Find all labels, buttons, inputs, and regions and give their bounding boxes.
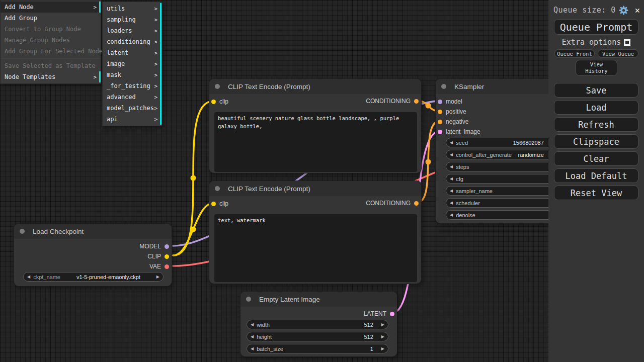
input-slot-latent-image[interactable] [438, 130, 442, 134]
widget-scheduler[interactable]: ◀ scheduler [446, 198, 558, 208]
widget-batch-size[interactable]: ◀ batch_size 1 ▶ [247, 344, 388, 353]
input-slot-label: negative [446, 118, 468, 125]
widget-left-arrow-icon[interactable]: ◀ [450, 189, 453, 193]
input-slot-clip[interactable] [211, 202, 216, 206]
view-queue-button[interactable]: View Queue [598, 49, 638, 58]
collapse-dot-icon[interactable] [441, 84, 446, 89]
input-slot-negative[interactable] [438, 120, 442, 124]
output-slot-latent[interactable] [390, 312, 394, 316]
prompt-textarea[interactable]: text, watermark [214, 214, 417, 282]
refresh-button[interactable]: Refresh [554, 117, 638, 132]
extra-options-checkbox[interactable] [624, 39, 630, 46]
submenu-item-latent[interactable]: latent > [103, 47, 162, 58]
collapse-dot-icon[interactable] [215, 186, 220, 191]
node-load-checkpoint[interactable]: Load Checkpoint MODEL CLIP VAE ◀ ckpt_na… [14, 223, 172, 287]
load-button[interactable]: Load [554, 100, 638, 115]
input-slot-label: clip [219, 200, 228, 207]
queue-front-button[interactable]: Queue Front [554, 49, 595, 58]
node-title-bar[interactable]: Load Checkpoint [14, 224, 172, 239]
menu-item-add-group[interactable]: Add Group [1, 13, 101, 24]
submenu-item-loaders[interactable]: loaders > [103, 25, 162, 36]
collapse-dot-icon[interactable] [246, 297, 251, 302]
widget-denoise[interactable]: ◀ denoise [446, 210, 558, 220]
collapse-dot-icon[interactable] [215, 84, 220, 89]
output-slot-conditioning[interactable] [414, 99, 419, 104]
widget-right-arrow-icon[interactable]: ▶ [381, 334, 384, 339]
widget-control-after-generate[interactable]: ◀ control_after_generate randomize ▶ [446, 150, 558, 159]
menu-item-add-group-for-selected-nodes: Add Group For Selected Nodes [1, 46, 101, 57]
node-title-bar[interactable]: Empty Latent Image [240, 292, 397, 307]
widget-seed[interactable]: ◀ seed 1566802087 ▶ [446, 138, 558, 147]
widget-left-arrow-icon[interactable]: ◀ [251, 334, 254, 339]
submenu-item-image[interactable]: image > [103, 58, 162, 69]
widget-left-arrow-icon[interactable]: ◀ [27, 275, 30, 279]
widget-ckpt-name[interactable]: ◀ ckpt_name v1-5-pruned-emaonly.ckpt ▶ [23, 272, 164, 282]
node-clip-text-encode-1[interactable]: CLIP Text Encode (Prompt) clip CONDITION… [209, 78, 422, 173]
node-title-bar[interactable]: KSampler [436, 79, 560, 94]
node-empty-latent-image[interactable]: Empty Latent Image LATENT ◀ width 512 ▶ … [240, 291, 397, 357]
output-slot-label: MODEL [139, 243, 161, 250]
submenu-arrow-icon: > [154, 50, 157, 56]
close-icon[interactable]: ✕ [635, 6, 640, 15]
input-slot-label: model [446, 98, 462, 105]
widget-right-arrow-icon[interactable]: ▶ [156, 275, 159, 279]
submenu-item-conditioning[interactable]: conditioning > [103, 36, 162, 47]
submenu-arrow-icon: > [93, 4, 97, 11]
output-slot-conditioning[interactable] [414, 201, 419, 206]
node-title: CLIP Text Encode (Prompt) [228, 185, 310, 193]
view-history-button[interactable]: View History [576, 60, 617, 76]
reset-view-button[interactable]: Reset View [554, 186, 638, 200]
node-clip-text-encode-2[interactable]: CLIP Text Encode (Prompt) clip CONDITION… [209, 180, 422, 284]
submenu-item-sampling[interactable]: sampling > [103, 14, 162, 25]
collapse-dot-icon[interactable] [20, 229, 25, 234]
node-title-bar[interactable]: CLIP Text Encode (Prompt) [209, 79, 421, 94]
widget-left-arrow-icon[interactable]: ◀ [450, 140, 453, 145]
save-button[interactable]: Save [554, 83, 638, 98]
clear-button[interactable]: Clear [554, 151, 638, 166]
submenu-arrow-icon: > [154, 94, 157, 101]
submenu-arrow-icon: > [154, 39, 157, 45]
node-title-bar[interactable]: CLIP Text Encode (Prompt) [209, 181, 421, 196]
submenu-item-utils[interactable]: utils > [103, 3, 162, 14]
output-slot-model[interactable] [165, 244, 169, 249]
widget-left-arrow-icon[interactable]: ◀ [450, 201, 453, 205]
widget-height[interactable]: ◀ height 512 ▶ [247, 332, 388, 341]
widget-steps[interactable]: ◀ steps [446, 162, 558, 171]
wire-clip-1 [173, 101, 213, 255]
input-slot-clip[interactable] [211, 100, 216, 104]
queue-prompt-button[interactable]: Queue Prompt [554, 19, 638, 35]
widget-left-arrow-icon[interactable]: ◀ [251, 322, 254, 327]
settings-gear-icon[interactable] [619, 6, 628, 15]
output-slot-clip[interactable] [165, 254, 169, 259]
load-default-button[interactable]: Load Default [554, 168, 638, 183]
submenu-item-advanced[interactable]: advanced > [103, 92, 162, 103]
node-ksampler[interactable]: KSampler model positive negative latent_… [435, 78, 561, 224]
submenu-item-mask[interactable]: mask > [103, 69, 162, 80]
prompt-textarea[interactable]: beautiful scenery nature glass bottle la… [214, 112, 417, 172]
menu-item-convert-to-group-node: Convert to Group Node [1, 24, 101, 35]
output-slot-vae[interactable] [165, 264, 169, 269]
input-slot-model[interactable] [438, 100, 442, 104]
widget-left-arrow-icon[interactable]: ◀ [450, 152, 453, 157]
widget-cfg[interactable]: ◀ cfg [446, 174, 558, 184]
menu-item-node-templates[interactable]: Node Templates > [1, 71, 101, 82]
output-slot-label: CONDITIONING [366, 200, 411, 207]
submenu-item-model-patches[interactable]: model_patches > [103, 103, 162, 114]
widget-left-arrow-icon[interactable]: ◀ [450, 164, 453, 169]
widget-right-arrow-icon[interactable]: ▶ [381, 322, 384, 327]
input-slot-positive[interactable] [438, 110, 442, 114]
widget-sampler-name[interactable]: ◀ sampler_name [446, 186, 558, 196]
extra-options-label: Extra options [562, 38, 621, 47]
submenu-item-api[interactable]: api > [103, 114, 162, 125]
clipspace-button[interactable]: Clipspace [554, 134, 638, 149]
submenu-arrow-icon: > [154, 61, 157, 67]
submenu-arrow-icon: > [154, 28, 157, 34]
widget-left-arrow-icon[interactable]: ◀ [450, 213, 453, 217]
widget-left-arrow-icon[interactable]: ◀ [450, 176, 453, 181]
submenu-item-for-testing[interactable]: _for_testing > [103, 80, 162, 92]
widget-right-arrow-icon[interactable]: ▶ [381, 346, 384, 351]
widget-width[interactable]: ◀ width 512 ▶ [247, 320, 388, 329]
widget-left-arrow-icon[interactable]: ◀ [251, 346, 254, 351]
wire-dot-clip-1 [191, 175, 196, 181]
menu-item-add-node[interactable]: Add Node > [1, 2, 101, 13]
